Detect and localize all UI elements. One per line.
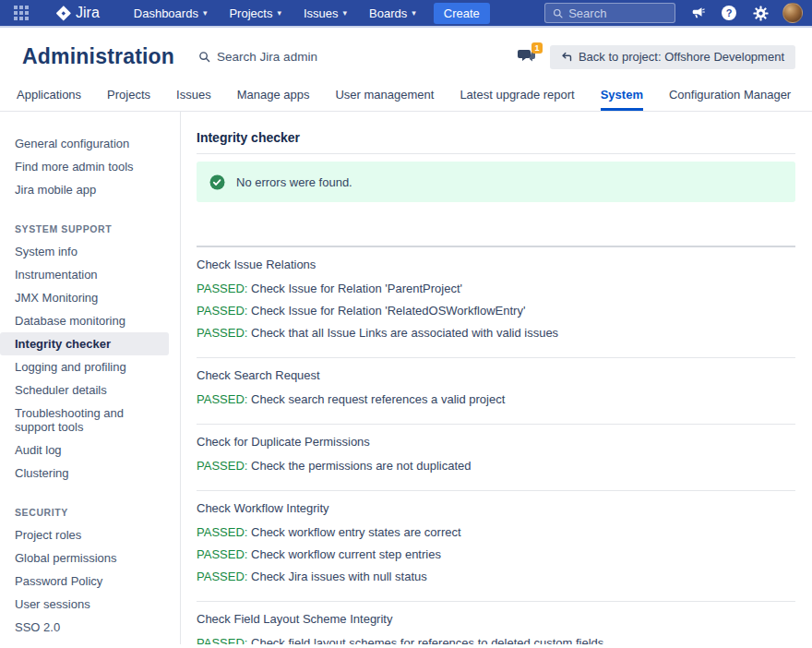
tab-manage-apps[interactable]: Manage apps xyxy=(237,82,310,111)
check-section: Check Field Layout Scheme Integrity PASS… xyxy=(197,602,795,644)
check-result: PASSED: Check search request references … xyxy=(197,392,795,406)
menu-issues-label: Issues xyxy=(304,6,339,20)
app-switcher-button[interactable] xyxy=(9,2,33,24)
back-to-project-label: Back to project: Offshore Development xyxy=(579,50,784,64)
check-name: Check Workflow Integrity xyxy=(197,501,795,515)
sidebar-item-sso-20[interactable]: SSO 2.0 xyxy=(0,616,173,639)
megaphone-icon xyxy=(690,6,705,20)
sidebar-item-user-sessions[interactable]: User sessions xyxy=(0,593,173,616)
success-message-text: No errors were found. xyxy=(236,175,352,189)
header-right: 1 Back to project: Offshore Development xyxy=(517,45,795,69)
create-button[interactable]: Create xyxy=(434,3,490,24)
check-result-text: Check search request references a valid … xyxy=(251,392,505,406)
check-result: PASSED: Check Jira issues with null stat… xyxy=(197,570,795,583)
sidebar-item-jira-mobile-app[interactable]: Jira mobile app xyxy=(0,178,173,201)
top-navbar: Jira Dashboards ▾ Projects ▾ Issues ▾ Bo… xyxy=(0,0,812,28)
search-input[interactable] xyxy=(568,6,667,20)
tab-issues[interactable]: Issues xyxy=(176,82,211,111)
sidebar-heading-system-support: SYSTEM SUPPORT xyxy=(0,201,173,240)
chevron-down-icon: ▾ xyxy=(203,8,208,18)
chevron-down-icon: ▾ xyxy=(277,8,281,18)
notifications-button[interactable]: 1 xyxy=(517,46,541,68)
sidebar-item-project-roles[interactable]: Project roles xyxy=(0,523,173,546)
user-avatar[interactable] xyxy=(782,3,803,23)
main-menu: Dashboards ▾ Projects ▾ Issues ▾ Boards … xyxy=(125,3,424,24)
admin-search[interactable]: Search Jira admin xyxy=(198,50,317,64)
check-result-text: Check Issue for Relation 'ParentProject' xyxy=(251,282,462,295)
menu-boards-label: Boards xyxy=(369,6,407,20)
menu-dashboards[interactable]: Dashboards ▾ xyxy=(125,3,216,24)
sidebar-item-logging-and-profiling[interactable]: Logging and profiling xyxy=(0,355,173,378)
tab-projects[interactable]: Projects xyxy=(107,82,150,111)
check-name: Check Issue Relations xyxy=(197,258,795,271)
help-icon: ? xyxy=(721,5,737,21)
section-title: Integrity checker xyxy=(197,130,795,154)
tab-configuration-manager[interactable]: Configuration Manager xyxy=(669,82,791,111)
sidebar-heading-security: SECURITY xyxy=(0,485,173,523)
sidebar-item-find-more-admin-tools[interactable]: Find more admin tools xyxy=(0,155,173,178)
sidebar-item-scheduler-details[interactable]: Scheduler details xyxy=(0,378,173,402)
tab-system[interactable]: System xyxy=(601,82,643,111)
check-status: PASSED: xyxy=(197,326,247,340)
navbar-right: ? xyxy=(544,3,803,23)
success-message-panel: No errors were found. xyxy=(197,162,795,202)
sidebar-item-audit-log[interactable]: Audit log xyxy=(0,438,173,462)
menu-dashboards-label: Dashboards xyxy=(134,6,198,20)
tab-latest-upgrade-report[interactable]: Latest upgrade report xyxy=(460,82,574,111)
check-name: Check Search Request xyxy=(197,368,795,382)
help-button[interactable]: ? xyxy=(720,4,738,22)
check-result: PASSED: Check field layout schemes for r… xyxy=(197,636,795,644)
announcements-button[interactable] xyxy=(688,4,707,22)
check-status: PASSED: xyxy=(197,525,247,539)
admin-sidebar: General configuration Find more admin to… xyxy=(0,112,181,644)
sidebar-item-troubleshooting[interactable]: Troubleshooting and support tools xyxy=(0,402,173,438)
tab-user-management[interactable]: User management xyxy=(335,82,434,111)
sidebar-item-clustering[interactable]: Clustering xyxy=(0,462,173,485)
sidebar-item-integrity-checker[interactable]: Integrity checker xyxy=(0,332,169,355)
sidebar-item-database-monitoring[interactable]: Database monitoring xyxy=(0,309,173,332)
check-result-text: Check field layout schemes for reference… xyxy=(251,636,603,644)
check-status: PASSED: xyxy=(197,636,247,644)
check-name: Check for Duplicate Permissions xyxy=(197,435,795,449)
menu-issues[interactable]: Issues ▾ xyxy=(295,3,355,24)
sidebar-item-remember-my-login[interactable]: Remember my login xyxy=(0,639,173,644)
tab-applications[interactable]: Applications xyxy=(17,82,81,111)
check-result-text: Check Issue for Relation 'RelatedOSWorkf… xyxy=(251,304,525,318)
check-section: Check Search Request PASSED: Check searc… xyxy=(197,358,795,425)
search-icon xyxy=(198,51,210,63)
back-to-project-button[interactable]: Back to project: Offshore Development xyxy=(550,45,795,69)
sidebar-item-instrumentation[interactable]: Instrumentation xyxy=(0,263,173,286)
body-region: General configuration Find more admin to… xyxy=(0,112,812,644)
jira-logo[interactable]: Jira xyxy=(55,5,100,21)
check-result: PASSED: Check workflow entry states are … xyxy=(197,525,795,539)
check-section: Check Workflow Integrity PASSED: Check w… xyxy=(197,491,795,602)
navbar-search[interactable] xyxy=(544,3,675,23)
check-status: PASSED: xyxy=(197,392,247,406)
search-icon xyxy=(553,7,563,19)
check-result: PASSED: Check that all Issue Links are a… xyxy=(197,326,795,340)
check-result-text: Check the permissions are not duplicated xyxy=(251,459,471,473)
sidebar-item-password-policy[interactable]: Password Policy xyxy=(0,570,173,593)
chevron-down-icon: ▾ xyxy=(343,8,348,18)
sidebar-item-general-configuration[interactable]: General configuration xyxy=(0,132,173,155)
menu-projects[interactable]: Projects ▾ xyxy=(221,3,290,24)
check-status: PASSED: xyxy=(197,282,247,295)
check-status: PASSED: xyxy=(197,570,247,583)
success-check-icon xyxy=(209,174,225,190)
admin-tabbar: Applications Projects Issues Manage apps… xyxy=(0,82,812,112)
jira-logo-icon xyxy=(55,6,71,21)
check-result-text: Check workflow current step entries xyxy=(251,547,441,561)
return-arrow-icon xyxy=(561,52,572,62)
check-status: PASSED: xyxy=(197,547,247,561)
chevron-down-icon: ▾ xyxy=(412,8,416,18)
menu-boards[interactable]: Boards ▾ xyxy=(361,3,424,24)
check-result-text: Check workflow entry states are correct xyxy=(251,525,461,539)
admin-search-label: Search Jira admin xyxy=(217,50,317,64)
check-result-text: Check that all Issue Links are associate… xyxy=(251,326,558,340)
grid-icon xyxy=(14,6,29,20)
sidebar-item-jmx-monitoring[interactable]: JMX Monitoring xyxy=(0,286,173,309)
sidebar-item-system-info[interactable]: System info xyxy=(0,240,173,263)
settings-button[interactable] xyxy=(751,4,770,22)
sidebar-item-global-permissions[interactable]: Global permissions xyxy=(0,546,173,570)
check-result: PASSED: Check Issue for Relation 'Parent… xyxy=(197,282,795,295)
